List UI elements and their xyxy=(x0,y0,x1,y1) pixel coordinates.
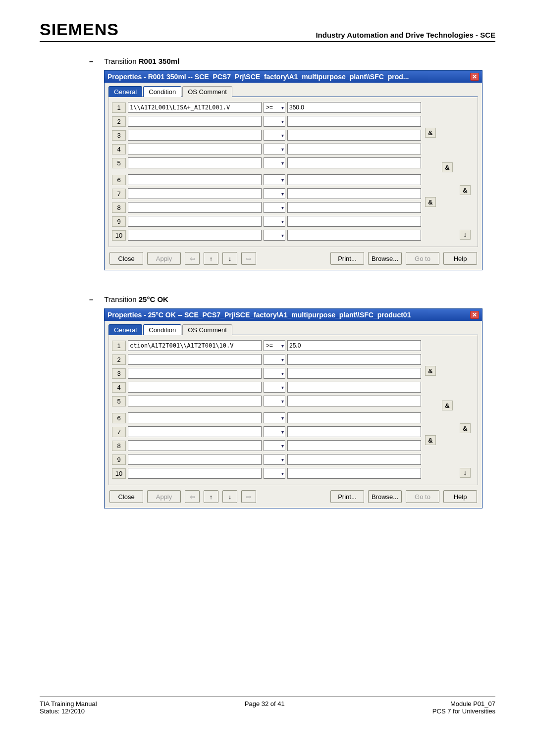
print-button[interactable]: Print... xyxy=(330,252,364,265)
operator-select[interactable]: ▾ xyxy=(264,144,285,154)
apply-button[interactable]: Apply xyxy=(147,252,181,265)
goto-button[interactable]: Go to xyxy=(406,490,439,503)
operator-select[interactable]: ▾ xyxy=(264,368,285,379)
operator-select[interactable]: ▾ xyxy=(264,382,285,393)
and-node[interactable]: & xyxy=(460,423,471,433)
value-input[interactable] xyxy=(287,426,421,437)
row-number[interactable]: 1 xyxy=(112,102,126,113)
value-input[interactable] xyxy=(287,412,421,423)
operator-select[interactable]: ▾ xyxy=(264,202,285,213)
value-input[interactable] xyxy=(287,130,421,141)
nav-up-button[interactable]: ↑ xyxy=(204,252,218,265)
and-node[interactable]: & xyxy=(425,435,436,445)
more-arrow-icon[interactable]: ↓ xyxy=(460,230,471,240)
tab-os-comment[interactable]: OS Comment xyxy=(182,324,232,335)
address-input[interactable] xyxy=(128,396,262,406)
operator-select[interactable]: ▾ xyxy=(264,130,285,141)
address-input[interactable] xyxy=(128,174,262,185)
address-input[interactable] xyxy=(128,340,262,351)
value-input[interactable] xyxy=(287,340,421,351)
row-number[interactable]: 8 xyxy=(112,202,126,213)
browse-button[interactable]: Browse... xyxy=(368,252,402,265)
value-input[interactable] xyxy=(287,174,421,185)
value-input[interactable] xyxy=(287,382,421,393)
operator-select[interactable]: ▾ xyxy=(264,157,285,168)
operator-select[interactable]: ▾ xyxy=(264,354,285,365)
row-number[interactable]: 1 xyxy=(112,341,126,351)
row-number[interactable]: 3 xyxy=(112,130,126,141)
and-node[interactable]: & xyxy=(460,185,471,195)
and-node[interactable]: & xyxy=(425,366,436,376)
nav-down-button[interactable]: ↓ xyxy=(222,490,237,503)
operator-select[interactable]: ▾ xyxy=(264,468,285,479)
row-number[interactable]: 9 xyxy=(112,216,126,227)
close-icon[interactable]: ✕ xyxy=(470,311,479,319)
apply-button[interactable]: Apply xyxy=(147,490,181,503)
value-input[interactable] xyxy=(287,157,421,168)
nav-right-button[interactable]: ⇨ xyxy=(241,490,256,503)
value-input[interactable] xyxy=(287,454,421,465)
value-input[interactable] xyxy=(287,354,421,365)
address-input[interactable] xyxy=(128,102,262,113)
operator-select[interactable]: ▾ xyxy=(264,116,285,127)
row-number[interactable]: 2 xyxy=(112,116,126,127)
value-input[interactable] xyxy=(287,188,421,199)
value-input[interactable] xyxy=(287,230,421,241)
more-arrow-icon[interactable]: ↓ xyxy=(460,468,471,478)
help-button[interactable]: Help xyxy=(443,490,477,503)
operator-select[interactable]: ▾ xyxy=(264,188,285,199)
address-input[interactable] xyxy=(128,368,262,379)
value-input[interactable] xyxy=(287,102,421,113)
operator-select[interactable]: ▾ xyxy=(264,440,285,451)
operator-select[interactable]: ▾ xyxy=(264,230,285,241)
row-number[interactable]: 9 xyxy=(112,454,126,465)
value-input[interactable] xyxy=(287,144,421,154)
value-input[interactable] xyxy=(287,396,421,406)
value-input[interactable] xyxy=(287,440,421,451)
tab-condition[interactable]: Condition xyxy=(143,86,181,97)
dialog-titlebar[interactable]: Properties - 25°C OK -- SCE_PCS7_Prj\SCE… xyxy=(105,309,482,321)
and-node[interactable]: & xyxy=(425,128,436,138)
browse-button[interactable]: Browse... xyxy=(368,490,402,503)
address-input[interactable] xyxy=(128,454,262,465)
value-input[interactable] xyxy=(287,468,421,479)
tab-os-comment[interactable]: OS Comment xyxy=(182,86,232,97)
operator-select[interactable]: >=▾ xyxy=(264,340,285,351)
address-input[interactable] xyxy=(128,157,262,168)
address-input[interactable] xyxy=(128,412,262,423)
address-input[interactable] xyxy=(128,216,262,227)
tab-general[interactable]: General xyxy=(108,86,142,97)
row-number[interactable]: 7 xyxy=(112,189,126,199)
address-input[interactable] xyxy=(128,426,262,437)
operator-select[interactable]: ▾ xyxy=(264,174,285,185)
row-number[interactable]: 3 xyxy=(112,368,126,379)
operator-select[interactable]: ▾ xyxy=(264,412,285,423)
address-input[interactable] xyxy=(128,144,262,154)
tab-condition[interactable]: Condition xyxy=(143,324,181,335)
address-input[interactable] xyxy=(128,382,262,393)
value-input[interactable] xyxy=(287,116,421,127)
nav-right-button[interactable]: ⇨ xyxy=(241,252,256,265)
row-number[interactable]: 2 xyxy=(112,354,126,365)
print-button[interactable]: Print... xyxy=(330,490,364,503)
row-number[interactable]: 5 xyxy=(112,396,126,406)
address-input[interactable] xyxy=(128,230,262,241)
address-input[interactable] xyxy=(128,468,262,479)
nav-up-button[interactable]: ↑ xyxy=(204,490,218,503)
and-node[interactable]: & xyxy=(442,162,453,172)
row-number[interactable]: 4 xyxy=(112,382,126,393)
operator-select[interactable]: ▾ xyxy=(264,426,285,437)
row-number[interactable]: 5 xyxy=(112,158,126,168)
row-number[interactable]: 10 xyxy=(112,468,126,479)
tab-general[interactable]: General xyxy=(108,324,142,335)
row-number[interactable]: 4 xyxy=(112,144,126,154)
address-input[interactable] xyxy=(128,188,262,199)
address-input[interactable] xyxy=(128,130,262,141)
help-button[interactable]: Help xyxy=(443,252,477,265)
row-number[interactable]: 6 xyxy=(112,175,126,185)
operator-select[interactable]: >=▾ xyxy=(264,102,285,113)
address-input[interactable] xyxy=(128,354,262,365)
address-input[interactable] xyxy=(128,116,262,127)
close-button[interactable]: Close xyxy=(109,252,143,265)
nav-left-button[interactable]: ⇦ xyxy=(185,490,200,503)
